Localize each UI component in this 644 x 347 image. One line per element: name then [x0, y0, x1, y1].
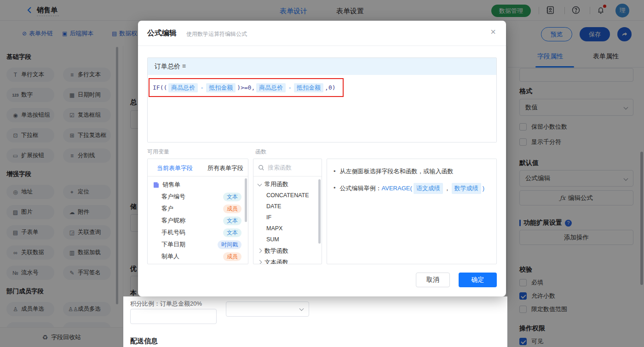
- tab-current-form-fields[interactable]: 当前表单字段: [157, 164, 193, 172]
- cancel-button[interactable]: 取消: [416, 273, 450, 287]
- field-chip[interactable]: 商品总价: [256, 83, 286, 92]
- points-ratio-hint: 积分比例：订单总金额20%: [130, 300, 202, 308]
- functions-scrollbar[interactable]: [318, 179, 321, 244]
- formula-help-panel: 从左侧面板选择字段名和函数，或输入函数 公式编辑举例：AVERAGE(语文成绩，…: [327, 159, 497, 264]
- variables-list: 销售单 客户编号文本 客户成员 客户昵称文本 手机号码文本 下单日期时间戳 制单…: [148, 179, 248, 262]
- field-type-badge: 成员: [223, 205, 242, 213]
- close-icon[interactable]: ×: [490, 27, 496, 36]
- canvas-dropdown[interactable]: [226, 301, 309, 317]
- chevron-right-icon: [258, 260, 262, 264]
- function-item[interactable]: IF: [253, 212, 322, 223]
- variable-field-row[interactable]: 客户昵称文本: [148, 215, 248, 227]
- variables-scrollbar[interactable]: [245, 178, 247, 222]
- function-item[interactable]: CONCATENATE: [253, 190, 322, 201]
- function-search: [253, 159, 322, 176]
- example-field-chip: 数学成绩: [452, 183, 481, 194]
- modal-overlay: [507, 296, 644, 347]
- field-type-badge: 文本: [223, 193, 242, 201]
- field-type-badge: 文本: [223, 228, 242, 237]
- modal-header: 公式编辑 使用数学运算符编辑公式 ×: [138, 21, 506, 46]
- points-input[interactable]: [130, 309, 217, 324]
- search-icon: [258, 165, 264, 171]
- document-icon: [153, 182, 160, 188]
- chevron-right-icon: [258, 249, 262, 253]
- app-root: 销售单 表单设计 表单设置 数据管理 理 ⊘表单外链 ▣后端脚本 ▤数据权 预览…: [0, 0, 644, 347]
- field-type-badge: 文本: [223, 216, 242, 225]
- formula-box: 订单总价 = IF((商品总价-抵扣金额)>=0,商品总价-抵扣金额,0): [147, 57, 497, 142]
- help-example: 公式编辑举例：AVERAGE(语文成绩，数学成绩): [334, 183, 490, 194]
- functions-label: 函数: [255, 148, 266, 156]
- help-tip: 从左侧面板选择字段名和函数，或输入函数: [334, 166, 490, 176]
- variables-tabs: 当前表单字段 所有表单字段: [148, 159, 248, 176]
- formula-edit-modal: 公式编辑 使用数学运算符编辑公式 × 订单总价 = IF((商品总价-抵扣金额)…: [138, 21, 506, 296]
- confirm-button[interactable]: 确定: [459, 273, 497, 287]
- delivery-section-header: 配送信息: [130, 337, 158, 346]
- chevron-down-icon: [299, 307, 304, 311]
- variables-panel: 当前表单字段 所有表单字段 销售单 客户编号文本 客户成员 客户昵称文本 手机号…: [147, 159, 248, 264]
- functions-panel: 常用函数 CONCATENATE DATE IF MAPX SUM 数学函数 文…: [253, 159, 322, 264]
- function-group-text[interactable]: 文本函数: [253, 256, 322, 264]
- field-type-badge: 时间戳: [218, 240, 242, 249]
- field-type-badge: 成员: [223, 252, 242, 261]
- chevron-down-icon: [258, 182, 262, 187]
- function-item[interactable]: SUM: [253, 234, 322, 245]
- modal-overlay: [0, 296, 123, 347]
- function-item[interactable]: MAPX: [253, 223, 322, 234]
- variable-field-row[interactable]: 下单日期时间戳: [148, 239, 248, 250]
- annotation-red-rectangle: IF((商品总价-抵扣金额)>=0,商品总价-抵扣金额,0): [149, 78, 344, 97]
- modal-subtitle: 使用数学运算符编辑公式: [186, 30, 247, 38]
- modal-title: 公式编辑: [147, 28, 177, 38]
- variables-label: 可用变量: [147, 148, 169, 156]
- function-item[interactable]: DATE: [253, 201, 322, 212]
- function-group-math[interactable]: 数学函数: [253, 245, 322, 256]
- variable-field-row[interactable]: 客户成员: [148, 203, 248, 215]
- field-chip[interactable]: 商品总价: [168, 83, 198, 92]
- variable-field-row[interactable]: 手机号码文本: [148, 227, 248, 239]
- field-chip[interactable]: 抵扣金额: [294, 83, 323, 92]
- function-group-common[interactable]: 常用函数: [253, 178, 322, 190]
- tab-all-form-fields[interactable]: 所有表单字段: [207, 164, 243, 172]
- variable-field-row[interactable]: 客户编号文本: [148, 191, 248, 203]
- formula-editor[interactable]: IF((商品总价-抵扣金额)>=0,商品总价-抵扣金额,0): [148, 75, 496, 142]
- form-root-node[interactable]: 销售单: [148, 179, 248, 191]
- example-field-chip: 语文成绩: [414, 183, 443, 194]
- search-input[interactable]: [268, 164, 314, 171]
- variable-field-row[interactable]: 制单人成员: [148, 250, 248, 262]
- formula-expression[interactable]: IF((商品总价-抵扣金额)>=0,商品总价-抵扣金额,0): [153, 83, 336, 92]
- formula-target: 订单总价 =: [148, 58, 496, 75]
- field-chip[interactable]: 抵扣金额: [206, 83, 236, 92]
